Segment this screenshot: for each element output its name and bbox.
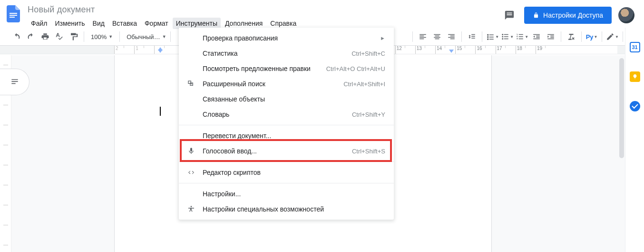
line-spacing-button[interactable] (466, 30, 478, 43)
svg-rect-0 (10, 13, 17, 14)
chevron-down-icon: ▼ (594, 35, 598, 39)
ruler-tick (3, 245, 8, 245)
menu-item-label: Посмотреть предложенные правки (203, 65, 320, 72)
menu-insert[interactable]: Вставка (109, 18, 140, 29)
share-button[interactable]: Настройки Доступа (524, 7, 612, 24)
toolbar-separator (461, 31, 462, 42)
document-outline-button[interactable] (0, 69, 29, 95)
ruler-tick (3, 225, 8, 225)
menu-item[interactable]: Настройки специальных возможностей (179, 202, 394, 217)
menu-item[interactable]: Голосовой ввод...Ctrl+Shift+S (179, 143, 394, 159)
menu-item[interactable]: Редактор скриптов (179, 165, 394, 180)
redo-button[interactable] (25, 30, 37, 43)
vertical-scrollbar[interactable] (618, 55, 624, 252)
checklist-button[interactable]: ▼ (486, 30, 499, 43)
menu-item-shortcut: Ctrl+Shift+C (351, 50, 385, 57)
hanging-indent-marker[interactable] (158, 47, 163, 50)
ruler-tick (3, 205, 8, 205)
toolbar-separator (561, 31, 561, 42)
menu-item-shortcut: Ctrl+Shift+S (352, 148, 385, 155)
document-title[interactable]: Новый документ (28, 5, 300, 15)
ruler-tick (3, 165, 8, 165)
calendar-app-icon[interactable]: 31 (630, 42, 640, 52)
ruler-tick: 17 (496, 46, 516, 54)
scrollbar-thumb[interactable] (619, 58, 624, 158)
account-avatar[interactable] (618, 7, 634, 23)
toolbar-separator (119, 31, 120, 42)
keep-app-icon[interactable] (630, 71, 640, 82)
svg-point-8 (191, 206, 192, 207)
lock-icon (533, 12, 539, 19)
zoom-select[interactable]: 100%▼ (88, 33, 116, 40)
numbered-list-button[interactable]: ▼ (516, 30, 528, 43)
menu-item-label: Настройки специальных возможностей (203, 205, 385, 213)
ruler-tick: 12 (395, 46, 415, 54)
share-label: Настройки Доступа (543, 11, 603, 19)
chevron-down-icon: ▼ (108, 34, 113, 39)
menu-item[interactable]: Настройки... (179, 186, 394, 202)
menu-item-label: Голосовой ввод... (203, 147, 345, 155)
indent-increase-button[interactable] (545, 30, 557, 43)
menu-item-label: Статистика (203, 50, 345, 57)
editing-mode-button[interactable]: ▼ (606, 30, 619, 43)
svg-point-4 (502, 36, 503, 38)
menu-view[interactable]: Вид (89, 18, 108, 29)
align-center-button[interactable] (431, 30, 443, 43)
header-right: Настройки Доступа (501, 3, 640, 24)
menu-item[interactable]: Расширенный поискCtrl+Alt+Shift+I (179, 76, 394, 91)
menu-file[interactable]: Файл (28, 18, 50, 29)
input-tools-button[interactable]: Ру▼ (585, 30, 598, 43)
menu-item[interactable]: Перевести документ... (179, 128, 394, 143)
menu-item-shortcut: Ctrl+Alt+Shift+I (343, 81, 385, 88)
chevron-down-icon: ▼ (525, 35, 528, 39)
text-cursor (160, 107, 161, 116)
print-button[interactable] (39, 30, 51, 43)
align-left-button[interactable] (417, 30, 429, 43)
paragraph-style-select[interactable]: Обычный…▼ (124, 33, 166, 40)
ruler-tick (3, 65, 8, 65)
chevron-down-icon: ▼ (495, 35, 499, 39)
ruler-tick (3, 105, 8, 105)
toolbar-separator (581, 31, 582, 42)
side-panel: 31 (625, 28, 644, 252)
chevron-down-icon: ▼ (162, 34, 166, 39)
menu-item-shortcut: Ctrl+Alt+O Ctrl+Alt+U (326, 65, 385, 72)
outline-icon (10, 77, 20, 87)
ruler-tick (3, 145, 8, 145)
paint-format-button[interactable] (68, 30, 80, 43)
menu-format[interactable]: Формат (141, 18, 172, 29)
menu-item[interactable]: Связанные объекты (179, 91, 394, 107)
right-indent-marker[interactable] (449, 50, 454, 53)
svg-point-3 (502, 34, 503, 35)
spellcheck-button[interactable] (53, 30, 66, 43)
menu-edit[interactable]: Изменить (51, 18, 88, 29)
ruler-tick (3, 185, 8, 185)
clear-formatting-button[interactable] (565, 30, 577, 43)
style-value: Обычный… (127, 33, 160, 40)
menu-item[interactable]: СтатистикаCtrl+Shift+C (179, 46, 394, 61)
comments-button[interactable] (501, 7, 517, 23)
mic-icon (186, 147, 196, 155)
indent-decrease-button[interactable] (530, 30, 543, 43)
svg-rect-1 (10, 15, 17, 16)
menu-item[interactable]: Посмотреть предложенные правкиCtrl+Alt+O… (179, 61, 394, 76)
docs-logo-icon[interactable] (4, 4, 23, 23)
menu-item[interactable]: Проверка правописания► (179, 30, 394, 46)
undo-button[interactable] (10, 30, 23, 43)
menu-item[interactable]: СловарьCtrl+Shift+Y (179, 107, 394, 122)
ruler-tick: 15 (455, 46, 475, 54)
toolbar-separator (412, 31, 413, 42)
tools-dropdown-menu: Проверка правописания►СтатистикаCtrl+Shi… (179, 28, 394, 220)
tasks-app-icon[interactable] (630, 101, 640, 111)
menu-item-label: Связанные объекты (203, 95, 385, 103)
ruler-tick (3, 125, 8, 125)
menu-separator (179, 125, 394, 125)
align-right-button[interactable] (445, 30, 458, 43)
ruler-margin-left (0, 46, 114, 54)
svg-rect-2 (10, 17, 15, 18)
bulleted-list-button[interactable]: ▼ (501, 30, 514, 43)
toolbar-separator (84, 31, 84, 42)
svg-point-5 (502, 38, 503, 40)
toolbar-separator (623, 31, 623, 42)
toolbar-separator (170, 31, 171, 42)
